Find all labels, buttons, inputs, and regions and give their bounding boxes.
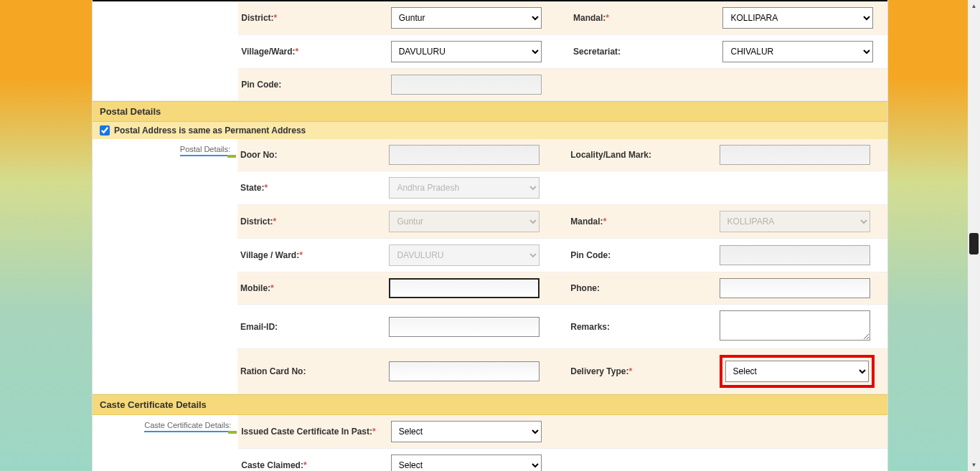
postal-remarks-label: Remarks: [570,322,610,332]
required-marker: * [299,250,303,260]
caste-side-label: Caste Certificate Details: [144,421,231,432]
permanent-address-table: District:* Guntur Mandal:* KOLLIPARA Vil… [93,1,887,101]
form-container: District:* Guntur Mandal:* KOLLIPARA Vil… [92,0,888,471]
postal-ration-label: Ration Card No: [240,366,306,376]
required-marker: * [270,283,274,293]
required-marker: * [372,427,376,437]
postal-mandal-label: Mandal: [570,217,603,227]
required-marker: * [296,47,299,57]
vertical-scrollbar[interactable]: ▲ ▼ [968,0,980,471]
postal-village-label: Village / Ward: [240,250,299,260]
postal-side-label: Postal Details: [180,145,230,156]
perm-village-label: Village/Ward: [241,47,295,57]
postal-state-select: Andhra Pradesh [389,177,540,199]
caste-issued-label: Issued Caste Certificate In Past: [241,427,372,437]
required-marker: * [628,366,632,376]
scroll-up-arrow-icon[interactable]: ▲ [968,0,980,12]
required-marker: * [303,460,307,470]
postal-district-select: Guntur [389,211,540,232]
postal-mobile-input[interactable] [389,278,540,298]
perm-secretariat-select[interactable]: CHIVALUR [722,41,873,62]
postal-phone-input[interactable] [720,278,870,298]
caste-section-header: Caste Certificate Details [93,394,887,415]
caste-table: Caste Certificate Details: Issued Caste … [93,415,887,471]
postal-same-as-checkbox[interactable] [100,125,110,135]
postal-delivery-label: Delivery Type: [570,366,628,376]
perm-pincode-input [391,75,542,95]
postal-email-label: Email-ID: [240,322,278,332]
postal-locality-label: Locality/Land Mark: [570,150,651,160]
perm-mandal-label: Mandal: [573,13,606,23]
postal-locality-input [720,145,870,165]
postal-district-label: District: [240,217,273,227]
postal-remarks-textarea[interactable] [720,310,870,341]
required-marker: * [273,217,276,227]
postal-village-select: DAVULURU [389,244,540,266]
perm-mandal-select[interactable]: KOLLIPARA [722,7,873,29]
perm-pincode-label: Pin Code: [241,80,281,90]
postal-ration-input[interactable] [389,361,540,381]
perm-village-select[interactable]: DAVULURU [391,41,542,62]
required-marker: * [606,13,609,23]
postal-mandal-select: KOLLIPARA [720,211,870,232]
postal-delivery-select[interactable]: Select [725,361,869,382]
delivery-highlight-box: Select [720,355,875,388]
perm-secretariat-label: Secretariat: [573,47,621,57]
required-marker: * [264,183,268,193]
postal-phone-label: Phone: [570,283,600,293]
postal-door-input [389,145,540,165]
perm-district-label: District: [241,13,273,23]
scroll-down-arrow-icon[interactable]: ▼ [968,459,980,471]
caste-issued-select[interactable]: Select [391,421,542,442]
postal-door-label: Door No: [240,150,277,160]
postal-same-as-label: Postal Address is same as Permanent Addr… [114,125,306,135]
perm-district-select[interactable]: Guntur [391,7,542,29]
required-marker: * [603,217,607,227]
postal-mobile-label: Mobile: [240,283,270,293]
required-marker: * [274,13,278,23]
postal-pincode-input [720,245,870,265]
scrollbar-thumb[interactable] [969,233,979,254]
caste-claimed-label: Caste Claimed: [241,460,303,470]
postal-same-as-row: Postal Address is same as Permanent Addr… [93,122,887,139]
postal-section-header: Postal Details [93,101,887,122]
postal-state-label: State: [240,183,264,193]
postal-table: Postal Details: Door No: Locality/Land M… [93,139,887,394]
postal-email-input[interactable] [389,317,540,337]
postal-pincode-label: Pin Code: [570,250,611,260]
caste-claimed-select[interactable]: Select [391,455,542,471]
